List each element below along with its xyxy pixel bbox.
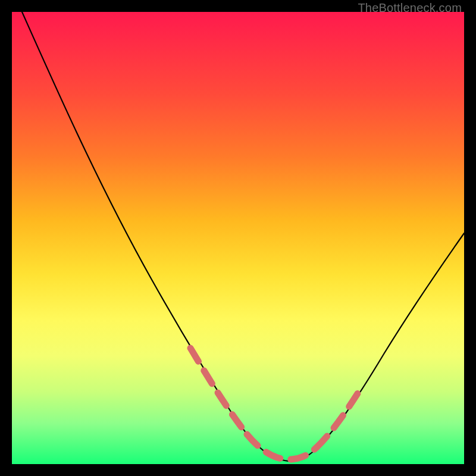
highlight-valley-floor xyxy=(247,434,317,459)
highlight-left-shoulder xyxy=(190,348,247,434)
chart-frame: TheBottleneck.com xyxy=(0,0,476,476)
highlight-right-shoulder xyxy=(317,390,360,447)
chart-svg xyxy=(12,12,464,464)
plot-area xyxy=(12,12,464,464)
watermark-text: TheBottleneck.com xyxy=(358,1,462,15)
bottleneck-curve xyxy=(12,0,464,461)
highlight-group xyxy=(190,348,360,459)
